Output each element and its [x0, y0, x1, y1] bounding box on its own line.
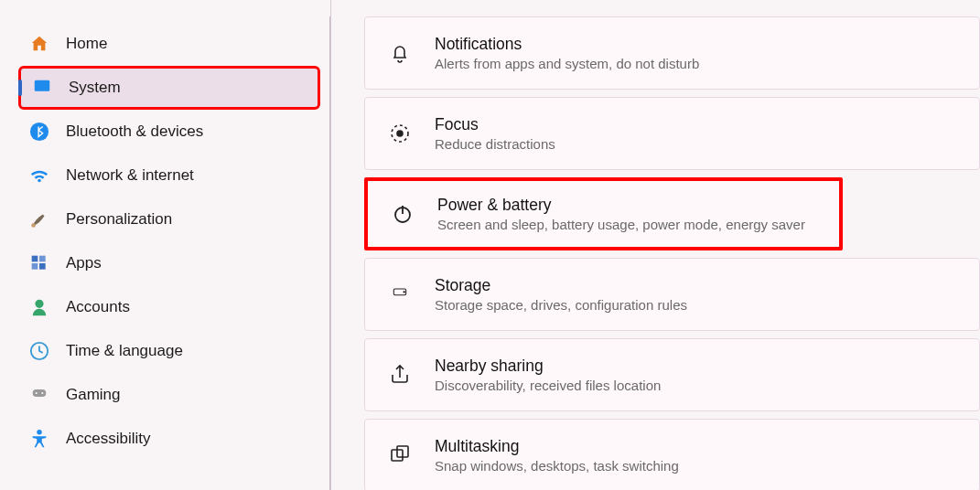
svg-rect-4 [39, 256, 46, 262]
card-text: Storage Storage space, drives, configura… [435, 276, 687, 313]
sidebar-item-apps[interactable]: Apps [18, 241, 320, 285]
bell-icon [387, 40, 413, 66]
svg-point-1 [30, 122, 48, 141]
card-text: Nearby sharing Discoverability, received… [435, 357, 661, 393]
clock-globe-icon [29, 341, 49, 361]
sidebar-item-label: Time & language [66, 342, 183, 360]
home-icon [29, 34, 49, 54]
card-text: Focus Reduce distractions [435, 115, 555, 152]
paintbrush-icon [29, 209, 49, 229]
sidebar-item-timelanguage[interactable]: Time & language [18, 329, 320, 373]
power-icon [390, 201, 415, 227]
card-title: Focus [435, 115, 555, 134]
sidebar-item-label: Network & internet [66, 166, 194, 185]
card-title: Multitasking [435, 437, 679, 456]
settings-card-storage[interactable]: Storage Storage space, drives, configura… [364, 258, 980, 331]
card-title: Storage [435, 276, 687, 295]
sidebar-item-label: Bluetooth & devices [66, 122, 203, 141]
card-text: Multitasking Snap windows, desktops, tas… [435, 437, 679, 474]
svg-point-2 [31, 223, 36, 228]
sidebar-item-label: System [69, 79, 121, 97]
sidebar-item-label: Apps [66, 254, 102, 272]
sidebar-item-bluetooth[interactable]: Bluetooth & devices [18, 110, 320, 154]
card-title: Notifications [435, 35, 699, 54]
svg-point-10 [36, 392, 38, 394]
settings-card-focus[interactable]: Focus Reduce distractions [364, 97, 980, 170]
svg-rect-9 [33, 389, 47, 397]
accessibility-icon [29, 429, 49, 449]
settings-card-nearby[interactable]: Nearby sharing Discoverability, received… [364, 338, 980, 411]
card-sub: Reduce distractions [435, 136, 555, 152]
system-icon [32, 78, 52, 98]
share-icon [387, 362, 413, 388]
settings-card-multitasking[interactable]: Multitasking Snap windows, desktops, tas… [364, 419, 980, 490]
sidebar-item-network[interactable]: Network & internet [18, 154, 320, 197]
apps-icon [29, 253, 49, 273]
sidebar-item-personalization[interactable]: Personalization [18, 197, 320, 241]
sidebar-item-accessibility[interactable]: Accessibility [18, 417, 320, 461]
sidebar: Home System Bluetooth & devices Network … [0, 0, 331, 490]
sidebar-item-accounts[interactable]: Accounts [18, 285, 320, 329]
svg-point-14 [397, 131, 403, 136]
card-sub: Screen and sleep, battery usage, power m… [437, 217, 805, 232]
focus-icon [387, 121, 413, 146]
svg-point-12 [37, 430, 42, 435]
svg-rect-5 [32, 263, 38, 270]
card-sub: Snap windows, desktops, task switching [435, 458, 679, 474]
settings-card-power[interactable]: Power & battery Screen and sleep, batter… [364, 177, 843, 250]
card-text: Notifications Alerts from apps and syste… [435, 35, 699, 71]
sidebar-item-home[interactable]: Home [18, 22, 320, 66]
storage-icon [387, 282, 413, 307]
sidebar-item-label: Home [66, 35, 107, 53]
sidebar-item-system[interactable]: System [18, 66, 320, 110]
svg-point-18 [404, 292, 404, 293]
svg-rect-3 [32, 256, 38, 262]
settings-card-notifications[interactable]: Notifications Alerts from apps and syste… [364, 16, 980, 90]
sidebar-item-label: Accessibility [66, 430, 151, 448]
wifi-icon [29, 165, 49, 186]
card-title: Power & battery [437, 196, 805, 215]
sidebar-item-label: Gaming [66, 386, 121, 404]
svg-point-7 [35, 300, 43, 308]
svg-rect-6 [39, 263, 46, 270]
card-sub: Alerts from apps and system, do not dist… [435, 56, 699, 71]
card-sub: Storage space, drives, configuration rul… [435, 297, 687, 313]
card-text: Power & battery Screen and sleep, batter… [437, 196, 805, 232]
svg-point-11 [41, 392, 43, 394]
card-sub: Discoverability, received files location [435, 378, 661, 393]
card-title: Nearby sharing [435, 357, 661, 376]
sidebar-item-label: Personalization [66, 210, 172, 229]
svg-rect-0 [35, 80, 50, 91]
bluetooth-icon [29, 122, 49, 142]
gamepad-icon [29, 385, 49, 405]
multitasking-icon [387, 442, 413, 468]
sidebar-item-label: Accounts [66, 298, 130, 316]
person-icon [29, 297, 49, 317]
sidebar-item-gaming[interactable]: Gaming [18, 373, 320, 417]
main-content: Notifications Alerts from apps and syste… [331, 0, 980, 490]
